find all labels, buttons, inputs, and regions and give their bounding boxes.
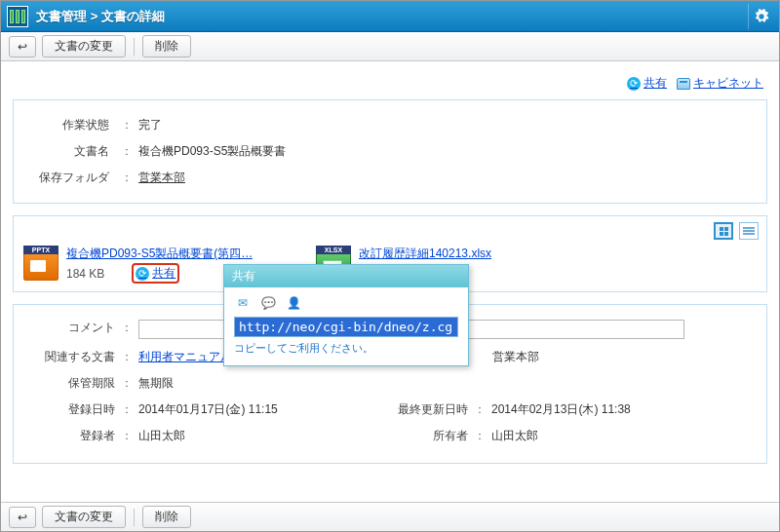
- updated-value: 2014年02月13日(木) 11:38: [491, 401, 753, 418]
- cabinet-link[interactable]: キャビネット: [677, 75, 763, 92]
- toolbar-bottom: ↩ 文書の変更 削除: [1, 502, 779, 531]
- back-button[interactable]: ↩: [9, 36, 36, 57]
- back-button-bottom[interactable]: ↩: [9, 507, 36, 528]
- folder-label: 保存フォルダ: [27, 170, 115, 186]
- comment-label: コメント: [27, 320, 115, 339]
- breadcrumb-current: 文書の詳細: [101, 9, 165, 23]
- view-toggle: [714, 222, 759, 240]
- updated-label: 最終更新日時: [390, 401, 468, 418]
- created-value: 2014年01月17日(金) 11:15: [138, 401, 390, 418]
- share-link[interactable]: ⟳ 共有: [627, 75, 667, 92]
- titlebar: 文書管理 > 文書の詳細: [1, 1, 779, 32]
- back-icon: ↩: [18, 40, 27, 54]
- popup-hint: コピーしてご利用ください。: [234, 341, 458, 356]
- pptx-icon: [23, 246, 58, 281]
- status-value: 完了: [138, 117, 162, 133]
- name-label: 文書名: [27, 143, 115, 160]
- chat-icon[interactable]: 💬: [259, 295, 277, 311]
- globe-icon: ⟳: [627, 77, 641, 91]
- file-share-link[interactable]: ⟳ 共有: [134, 265, 177, 282]
- retention-value: 無期限: [138, 375, 753, 392]
- delete-button[interactable]: 削除: [142, 35, 191, 57]
- folder-link[interactable]: 営業本部: [138, 170, 185, 186]
- toolbar-top: ↩ 文書の変更 削除: [1, 32, 779, 61]
- file-name-link[interactable]: 複合機PD093-S5製品概要書(第四…: [66, 246, 253, 262]
- name-value: 複合機PD093-S5製品概要書: [138, 143, 286, 160]
- creator-label: 登録者: [27, 428, 115, 444]
- created-label: 登録日時: [27, 401, 115, 418]
- view-grid-button[interactable]: [714, 222, 733, 240]
- status-label: 作業状態: [27, 117, 115, 133]
- share-popup: 共有 ✉ 💬 👤 コピーしてご利用ください。: [223, 264, 469, 366]
- delete-button-bottom[interactable]: 削除: [142, 506, 191, 528]
- share-url-input[interactable]: [234, 317, 458, 337]
- user-icon[interactable]: 👤: [285, 295, 302, 311]
- settings-button[interactable]: [748, 4, 773, 29]
- creator-value: 山田太郎: [138, 428, 390, 444]
- owner-value: 山田太郎: [491, 428, 753, 444]
- edit-document-button[interactable]: 文書の変更: [42, 35, 126, 57]
- related-link[interactable]: 利用者マニュアル: [138, 350, 232, 363]
- toolbar-separator: [134, 509, 135, 526]
- edit-document-button-bottom[interactable]: 文書の変更: [42, 506, 126, 528]
- globe-icon: ⟳: [136, 267, 149, 281]
- back-icon: ↩: [18, 511, 27, 524]
- window: 文書管理 > 文書の詳細 ↩ 文書の変更 削除 ⟳ 共有 キャビネット: [0, 0, 780, 532]
- gear-icon: [754, 9, 769, 24]
- cabinet-icon: [677, 78, 690, 90]
- retention-label: 保管期限: [27, 375, 115, 392]
- action-bar: ⟳ 共有 キャビネット: [13, 73, 767, 99]
- owner-label: 所有者: [390, 428, 468, 444]
- popup-title: 共有: [224, 265, 468, 287]
- related-label: 関連する文書: [27, 349, 115, 365]
- detail-block: 作業状態 ： 完了 文書名 ： 複合機PD093-S5製品概要書 保存フォルダ …: [13, 99, 767, 204]
- view-list-button[interactable]: [739, 222, 759, 240]
- app-icon: [7, 6, 28, 27]
- mail-icon[interactable]: ✉: [234, 295, 252, 311]
- file-size: 184 KB: [66, 267, 104, 281]
- file-name-link[interactable]: 改訂履歴詳細140213.xlsx: [359, 246, 491, 262]
- toolbar-separator: [134, 38, 135, 56]
- related-folder: 営業本部: [492, 350, 539, 363]
- breadcrumb: 文書管理 > 文書の詳細: [36, 8, 165, 25]
- breadcrumb-root: 文書管理: [36, 9, 87, 23]
